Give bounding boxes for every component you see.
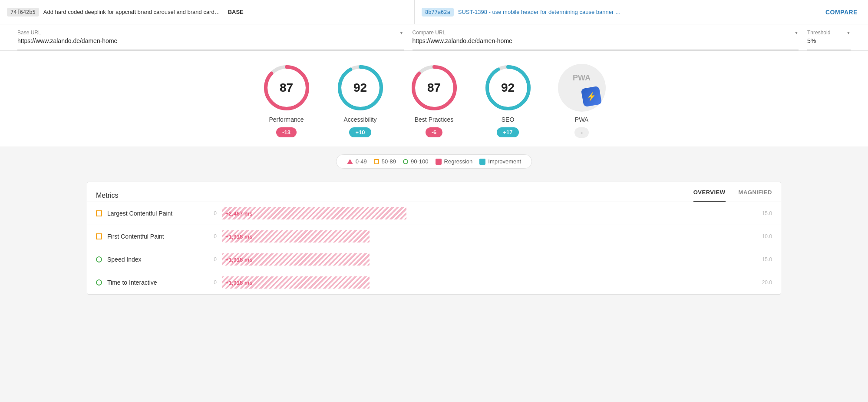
score-number-best-practices: 87: [427, 81, 441, 95]
score-item-performance: 87 Performance -13: [263, 64, 310, 138]
metrics-tab-overview[interactable]: OVERVIEW: [693, 189, 726, 202]
legend-0-49: 0-49: [347, 158, 367, 165]
metric-bar-label: +2,467 ms: [225, 210, 253, 217]
score-number-accessibility: 92: [353, 81, 367, 95]
metric-row: Time to Interactive 0 +1,918 ms 20.0: [87, 271, 781, 294]
metric-max: 20.0: [755, 279, 772, 286]
metric-bar-label: +1,918 ms: [225, 279, 253, 286]
score-badge-best-practices: -6: [426, 127, 443, 137]
metrics-header: Metrics OVERVIEWMAGNIFIED: [87, 182, 781, 202]
base-url-label: Base URL ▼: [17, 30, 404, 36]
base-url-section: Base URL ▼ https://www.zalando.de/damen-…: [17, 30, 404, 50]
base-message: Add hard coded deeplink for appcraft bra…: [43, 9, 220, 15]
pwa-lightning-icon: [581, 86, 602, 107]
compare-hash: 8b77a62a: [422, 8, 454, 17]
metric-bar: +1,918 ms: [222, 276, 370, 289]
metric-bar-wrap: +1,918 ms: [222, 276, 749, 289]
metric-name: Speed Index: [107, 256, 203, 263]
metric-zero: 0: [208, 233, 217, 239]
score-item-seo: 92 SEO +17: [484, 64, 532, 138]
metric-max: 15.0: [755, 256, 772, 262]
score-label-pwa: PWA: [575, 116, 588, 123]
base-commit-info: 74f642b5 Add hard coded deeplink for app…: [7, 8, 407, 17]
metric-name: Time to Interactive: [107, 279, 203, 286]
metric-name: First Contentful Paint: [107, 233, 203, 240]
metric-icon-circle: [96, 256, 102, 262]
metric-zero: 0: [208, 256, 217, 262]
score-circle-seo: 92: [484, 64, 532, 112]
metric-icon-circle: [96, 279, 102, 286]
metric-bar-wrap: +1,918 ms: [222, 253, 749, 266]
score-label-best-practices: Best Practices: [415, 116, 453, 123]
metric-bar: +1,918 ms: [222, 253, 370, 266]
metric-icon-square: [96, 210, 102, 216]
compare-button[interactable]: COMPARE: [822, 9, 861, 16]
metrics-wrap: Metrics OVERVIEWMAGNIFIED Largest Conten…: [0, 173, 868, 312]
top-bar: 74f642b5 Add hard coded deeplink for app…: [0, 0, 868, 24]
top-bar-divider: [414, 0, 415, 24]
score-item-accessibility: 92 Accessibility +10: [337, 64, 384, 138]
compare-url-dropdown-arrow[interactable]: ▼: [794, 30, 799, 35]
metrics-title: Metrics: [96, 192, 693, 199]
score-circle-best-practices: 87: [410, 64, 458, 112]
metric-row: First Contentful Paint 0 +1,918 ms 10.0: [87, 225, 781, 248]
compare-url-section: Compare URL ▼ https://www.zalando.de/dam…: [413, 30, 799, 50]
pwa-text-icon: PWA: [573, 73, 591, 83]
metric-bar-label: +1,918 ms: [225, 256, 253, 263]
compare-message: SUST-1398 - use mobile header for determ…: [458, 9, 621, 15]
score-item-best-practices: 87 Best Practices -6: [410, 64, 458, 138]
score-number-seo: 92: [501, 81, 515, 95]
compare-url-label: Compare URL ▼: [413, 30, 799, 36]
metric-bar-label: +1,918 ms: [225, 233, 253, 240]
score-circle-accessibility: 92: [337, 64, 384, 112]
metric-icon-square: [96, 233, 102, 239]
metric-max: 15.0: [755, 210, 772, 216]
score-item-pwa: PWA PWA -: [558, 64, 606, 138]
threshold-label: Threshold ▼: [807, 30, 851, 36]
metrics-rows: Largest Contentful Paint 0 +2,467 ms 15.…: [87, 202, 781, 294]
score-label-performance: Performance: [269, 116, 304, 123]
legend-improvement: Improvement: [479, 158, 521, 165]
metric-bar: +2,467 ms: [222, 207, 406, 219]
compare-url-value: https://www.zalando.de/damen-home: [413, 37, 799, 44]
scores-area: 87 Performance -13 92 Accessibility +10 …: [0, 51, 868, 146]
legend-area: 0-49 50-89 90-100 Regression Improvement: [0, 146, 868, 173]
base-url-value: https://www.zalando.de/damen-home: [17, 37, 404, 44]
base-url-dropdown-arrow[interactable]: ▼: [399, 30, 404, 35]
score-badge-pwa: -: [574, 127, 589, 138]
base-label: BASE: [228, 9, 244, 15]
score-badge-performance: -13: [276, 127, 297, 137]
score-badge-seo: +17: [497, 127, 518, 137]
score-number-performance: 87: [280, 81, 293, 95]
circle-icon: [403, 159, 408, 164]
threshold-section: Threshold ▼ 5%: [807, 30, 851, 50]
metric-name: Largest Contentful Paint: [107, 210, 203, 217]
metric-bar-wrap: +2,467 ms: [222, 207, 749, 219]
legend-50-89: 50-89: [374, 158, 396, 165]
score-label-accessibility: Accessibility: [343, 116, 376, 123]
triangle-icon: [347, 159, 353, 164]
legend-90-100: 90-100: [403, 158, 428, 165]
score-circle-performance: 87: [263, 64, 310, 112]
metric-zero: 0: [208, 279, 217, 286]
regression-icon: [436, 159, 442, 165]
threshold-value: 5%: [807, 37, 851, 44]
improvement-icon: [479, 159, 485, 165]
score-badge-accessibility: +10: [349, 127, 371, 137]
metric-max: 10.0: [755, 233, 772, 239]
url-row: Base URL ▼ https://www.zalando.de/damen-…: [0, 24, 868, 51]
metric-bar: +1,918 ms: [222, 230, 370, 243]
legend-pill: 0-49 50-89 90-100 Regression Improvement: [336, 154, 532, 169]
compare-commit-info: 8b77a62a SUST-1398 - use mobile header f…: [422, 8, 822, 17]
metrics-card: Metrics OVERVIEWMAGNIFIED Largest Conten…: [87, 182, 781, 295]
legend-regression: Regression: [436, 158, 473, 165]
pwa-icon-wrap: PWA: [558, 64, 606, 112]
metric-row: Speed Index 0 +1,918 ms 15.0: [87, 248, 781, 271]
metric-row: Largest Contentful Paint 0 +2,467 ms 15.…: [87, 202, 781, 225]
metrics-tabs: OVERVIEWMAGNIFIED: [693, 189, 772, 202]
score-label-seo: SEO: [502, 116, 515, 123]
threshold-dropdown-arrow[interactable]: ▼: [846, 30, 851, 35]
base-hash: 74f642b5: [7, 8, 39, 17]
square-icon: [374, 159, 379, 164]
metrics-tab-magnified[interactable]: MAGNIFIED: [739, 189, 772, 202]
